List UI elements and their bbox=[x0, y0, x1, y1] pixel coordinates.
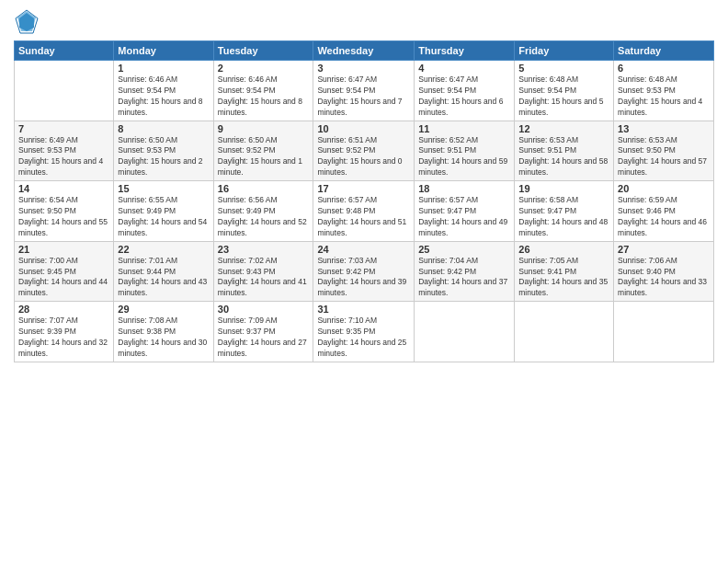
week-row-2: 7Sunrise: 6:49 AMSunset: 9:53 PMDaylight… bbox=[15, 121, 714, 181]
day-info: Sunrise: 6:51 AMSunset: 9:52 PMDaylight:… bbox=[317, 135, 410, 179]
day-number: 4 bbox=[418, 63, 510, 74]
day-cell: 20Sunrise: 6:59 AMSunset: 9:46 PMDayligh… bbox=[614, 181, 714, 242]
day-number: 31 bbox=[317, 304, 410, 315]
day-number: 25 bbox=[418, 244, 510, 255]
week-row-3: 14Sunrise: 6:54 AMSunset: 9:50 PMDayligh… bbox=[15, 181, 714, 242]
day-cell: 25Sunrise: 7:04 AMSunset: 9:42 PMDayligh… bbox=[415, 241, 515, 302]
day-number: 18 bbox=[418, 183, 510, 194]
day-number: 26 bbox=[518, 244, 609, 255]
day-cell: 18Sunrise: 6:57 AMSunset: 9:47 PMDayligh… bbox=[415, 181, 515, 242]
day-cell: 28Sunrise: 7:07 AMSunset: 9:39 PMDayligh… bbox=[15, 302, 114, 362]
day-info: Sunrise: 6:49 AMSunset: 9:53 PMDaylight:… bbox=[18, 135, 109, 179]
calendar-table: SundayMondayTuesdayWednesdayThursdayFrid… bbox=[14, 40, 714, 362]
day-info: Sunrise: 6:57 AMSunset: 9:48 PMDaylight:… bbox=[317, 195, 410, 239]
day-info: Sunrise: 6:46 AMSunset: 9:54 PMDaylight:… bbox=[218, 75, 310, 119]
day-number: 23 bbox=[218, 244, 310, 255]
week-row-5: 28Sunrise: 7:07 AMSunset: 9:39 PMDayligh… bbox=[15, 302, 714, 362]
day-cell bbox=[614, 302, 714, 362]
day-cell: 4Sunrise: 6:47 AMSunset: 9:54 PMDaylight… bbox=[415, 61, 515, 121]
day-number: 15 bbox=[118, 183, 209, 194]
day-info: Sunrise: 7:01 AMSunset: 9:44 PMDaylight:… bbox=[118, 256, 209, 300]
day-info: Sunrise: 6:53 AMSunset: 9:51 PMDaylight:… bbox=[518, 135, 609, 179]
day-number: 12 bbox=[518, 123, 609, 134]
day-info: Sunrise: 6:53 AMSunset: 9:50 PMDaylight:… bbox=[618, 135, 710, 179]
day-cell: 10Sunrise: 6:51 AMSunset: 9:52 PMDayligh… bbox=[313, 121, 415, 181]
day-cell: 9Sunrise: 6:50 AMSunset: 9:52 PMDaylight… bbox=[213, 121, 313, 181]
day-info: Sunrise: 6:58 AMSunset: 9:47 PMDaylight:… bbox=[518, 195, 609, 239]
day-info: Sunrise: 7:05 AMSunset: 9:41 PMDaylight:… bbox=[518, 256, 609, 300]
logo bbox=[14, 9, 43, 35]
day-cell bbox=[515, 302, 614, 362]
day-number: 14 bbox=[18, 183, 109, 194]
day-number: 10 bbox=[317, 123, 410, 134]
day-info: Sunrise: 6:47 AMSunset: 9:54 PMDaylight:… bbox=[418, 75, 510, 119]
day-cell: 1Sunrise: 6:46 AMSunset: 9:54 PMDaylight… bbox=[114, 61, 213, 121]
week-row-4: 21Sunrise: 7:00 AMSunset: 9:45 PMDayligh… bbox=[15, 241, 714, 302]
weekday-header-row: SundayMondayTuesdayWednesdayThursdayFrid… bbox=[15, 41, 714, 61]
day-cell: 2Sunrise: 6:46 AMSunset: 9:54 PMDaylight… bbox=[213, 61, 313, 121]
day-cell: 23Sunrise: 7:02 AMSunset: 9:43 PMDayligh… bbox=[213, 241, 313, 302]
day-cell: 31Sunrise: 7:10 AMSunset: 9:35 PMDayligh… bbox=[313, 302, 415, 362]
day-cell: 19Sunrise: 6:58 AMSunset: 9:47 PMDayligh… bbox=[515, 181, 614, 242]
weekday-header-wednesday: Wednesday bbox=[313, 41, 415, 61]
day-number: 9 bbox=[218, 123, 310, 134]
day-number: 1 bbox=[118, 63, 209, 74]
day-info: Sunrise: 6:56 AMSunset: 9:49 PMDaylight:… bbox=[218, 195, 310, 239]
day-info: Sunrise: 7:02 AMSunset: 9:43 PMDaylight:… bbox=[218, 256, 310, 300]
day-number: 5 bbox=[518, 63, 609, 74]
day-info: Sunrise: 6:54 AMSunset: 9:50 PMDaylight:… bbox=[18, 195, 109, 239]
day-number: 7 bbox=[18, 123, 109, 134]
day-number: 17 bbox=[317, 183, 410, 194]
day-info: Sunrise: 7:08 AMSunset: 9:38 PMDaylight:… bbox=[118, 316, 209, 360]
day-info: Sunrise: 7:09 AMSunset: 9:37 PMDaylight:… bbox=[218, 316, 310, 360]
day-info: Sunrise: 6:55 AMSunset: 9:49 PMDaylight:… bbox=[118, 195, 209, 239]
page: SundayMondayTuesdayWednesdayThursdayFrid… bbox=[0, 0, 728, 563]
day-cell: 17Sunrise: 6:57 AMSunset: 9:48 PMDayligh… bbox=[313, 181, 415, 242]
day-info: Sunrise: 6:52 AMSunset: 9:51 PMDaylight:… bbox=[418, 135, 510, 179]
weekday-header-tuesday: Tuesday bbox=[213, 41, 313, 61]
day-number: 8 bbox=[118, 123, 209, 134]
day-info: Sunrise: 6:46 AMSunset: 9:54 PMDaylight:… bbox=[118, 75, 209, 119]
weekday-header-friday: Friday bbox=[515, 41, 614, 61]
day-number: 3 bbox=[317, 63, 410, 74]
day-cell: 16Sunrise: 6:56 AMSunset: 9:49 PMDayligh… bbox=[213, 181, 313, 242]
day-info: Sunrise: 7:03 AMSunset: 9:42 PMDaylight:… bbox=[317, 256, 410, 300]
day-number: 21 bbox=[18, 244, 109, 255]
day-info: Sunrise: 7:00 AMSunset: 9:45 PMDaylight:… bbox=[18, 256, 109, 300]
day-number: 24 bbox=[317, 244, 410, 255]
day-number: 19 bbox=[518, 183, 609, 194]
weekday-header-monday: Monday bbox=[114, 41, 213, 61]
day-number: 11 bbox=[418, 123, 510, 134]
day-cell bbox=[15, 61, 114, 121]
week-row-1: 1Sunrise: 6:46 AMSunset: 9:54 PMDaylight… bbox=[15, 61, 714, 121]
day-cell: 8Sunrise: 6:50 AMSunset: 9:53 PMDaylight… bbox=[114, 121, 213, 181]
day-info: Sunrise: 6:59 AMSunset: 9:46 PMDaylight:… bbox=[618, 195, 710, 239]
day-number: 13 bbox=[618, 123, 710, 134]
day-cell: 27Sunrise: 7:06 AMSunset: 9:40 PMDayligh… bbox=[614, 241, 714, 302]
day-cell: 3Sunrise: 6:47 AMSunset: 9:54 PMDaylight… bbox=[313, 61, 415, 121]
day-number: 20 bbox=[618, 183, 710, 194]
day-cell: 6Sunrise: 6:48 AMSunset: 9:53 PMDaylight… bbox=[614, 61, 714, 121]
weekday-header-saturday: Saturday bbox=[614, 41, 714, 61]
day-cell: 29Sunrise: 7:08 AMSunset: 9:38 PMDayligh… bbox=[114, 302, 213, 362]
day-cell: 11Sunrise: 6:52 AMSunset: 9:51 PMDayligh… bbox=[415, 121, 515, 181]
day-info: Sunrise: 6:50 AMSunset: 9:53 PMDaylight:… bbox=[118, 135, 209, 179]
day-info: Sunrise: 6:57 AMSunset: 9:47 PMDaylight:… bbox=[418, 195, 510, 239]
day-cell: 15Sunrise: 6:55 AMSunset: 9:49 PMDayligh… bbox=[114, 181, 213, 242]
day-number: 29 bbox=[118, 304, 209, 315]
day-number: 22 bbox=[118, 244, 209, 255]
day-info: Sunrise: 7:07 AMSunset: 9:39 PMDaylight:… bbox=[18, 316, 109, 360]
day-cell: 30Sunrise: 7:09 AMSunset: 9:37 PMDayligh… bbox=[213, 302, 313, 362]
day-number: 30 bbox=[218, 304, 310, 315]
day-cell: 7Sunrise: 6:49 AMSunset: 9:53 PMDaylight… bbox=[15, 121, 114, 181]
day-info: Sunrise: 7:04 AMSunset: 9:42 PMDaylight:… bbox=[418, 256, 510, 300]
day-cell: 14Sunrise: 6:54 AMSunset: 9:50 PMDayligh… bbox=[15, 181, 114, 242]
day-cell: 5Sunrise: 6:48 AMSunset: 9:54 PMDaylight… bbox=[515, 61, 614, 121]
weekday-header-sunday: Sunday bbox=[15, 41, 114, 61]
day-cell: 12Sunrise: 6:53 AMSunset: 9:51 PMDayligh… bbox=[515, 121, 614, 181]
weekday-header-thursday: Thursday bbox=[415, 41, 515, 61]
header bbox=[14, 9, 714, 35]
day-number: 28 bbox=[18, 304, 109, 315]
day-info: Sunrise: 7:06 AMSunset: 9:40 PMDaylight:… bbox=[618, 256, 710, 300]
day-number: 16 bbox=[218, 183, 310, 194]
